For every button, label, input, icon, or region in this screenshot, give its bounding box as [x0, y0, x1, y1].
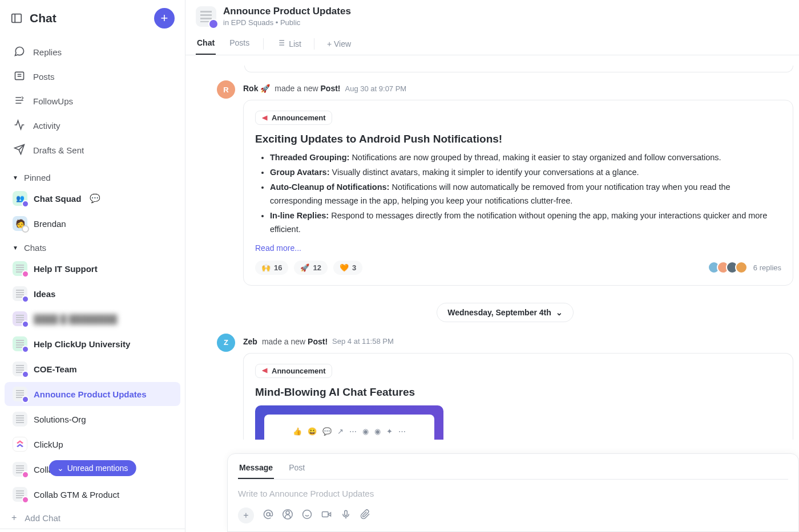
svg-rect-23 [322, 512, 329, 517]
tab-posts[interactable]: Posts [228, 33, 251, 55]
pinned-item-chat-squad[interactable]: 👥 Chat Squad 💬 [5, 186, 180, 210]
prev-card-tail [244, 66, 793, 72]
composer-tab-message[interactable]: Message [238, 460, 274, 479]
svg-rect-25 [345, 510, 348, 515]
reply-summary[interactable]: 6 replies [711, 261, 781, 274]
post-action: made a new Post! [262, 337, 328, 346]
sidebar-title: Chat [30, 11, 147, 25]
avatar [735, 261, 748, 274]
nav-replies[interactable]: Replies [6, 40, 179, 64]
section-chats-header[interactable]: ▼ Chats [0, 236, 185, 256]
tab-list[interactable]: List [276, 38, 301, 49]
channel-icon [13, 311, 27, 326]
post-meta: Rok 🚀 made a new Post! Aug 30 at 9:07 PM [243, 84, 793, 93]
pinned-item-brendan[interactable]: 🧑 Brendan [5, 212, 180, 235]
bullet: In-line Replies: Respond to messages dir… [270, 209, 781, 237]
channel-avatar [196, 6, 216, 27]
chat-item-clickup[interactable]: ClickUp [5, 432, 180, 456]
post: R Rok 🚀 made a new Post! Aug 30 at 9:07 … [217, 80, 793, 286]
chat-label: COE-Team [34, 364, 77, 374]
channel-icon [13, 261, 27, 276]
typing-icon: 💬 [90, 193, 100, 204]
add-chat-button[interactable]: + Add Chat [0, 507, 185, 529]
nav-drafts[interactable]: Drafts & Sent [6, 138, 179, 163]
chat-item[interactable]: Solutions-Org [5, 407, 180, 431]
clickup-logo-icon [13, 437, 27, 452]
send-icon [14, 144, 25, 157]
avatar-icon: 🧑 [13, 216, 27, 231]
collapse-panel-icon[interactable] [10, 12, 23, 25]
add-chat-label: Add Chat [25, 513, 60, 523]
read-more-link[interactable]: Read more... [255, 243, 781, 253]
nav-activity[interactable]: Activity [6, 113, 179, 138]
reaction[interactable]: 🙌16 [255, 261, 288, 275]
announcement-badge: Announcement [255, 364, 332, 378]
post-card[interactable]: Announcement Mind-Blowing AI Chat Featur… [243, 353, 793, 440]
composer-input[interactable]: Write to Announce Product Updates [238, 480, 788, 507]
svg-point-20 [303, 510, 312, 519]
reaction[interactable]: 🚀12 [294, 261, 327, 275]
chat-item[interactable]: Collab GTM & Product [5, 482, 180, 506]
channel-icon: 👥 [13, 191, 27, 206]
main-header: Announce Product Updates in EPD Squads •… [185, 0, 799, 33]
mention-icon[interactable] [263, 509, 273, 522]
new-chat-button[interactable]: + [154, 8, 175, 29]
chat-item[interactable]: COE-Team [5, 357, 180, 381]
post-action: made a new Post! [275, 84, 340, 93]
section-label: Pinned [24, 173, 51, 182]
section-pinned-header[interactable]: ▼ Pinned [0, 166, 185, 186]
chat-label: Help IT Support [34, 264, 98, 274]
author-avatar[interactable]: Z [217, 334, 235, 352]
composer-region: Message Post Write to Announce Product U… [227, 453, 799, 532]
svg-rect-0 [12, 14, 22, 23]
chat-label: ClickUp [34, 440, 63, 449]
list-icon [276, 38, 285, 49]
channel-meta: in EPD Squads • Public [223, 18, 351, 27]
section-label: Chats [24, 243, 46, 253]
reaction[interactable]: 🧡3 [333, 261, 362, 275]
sidebar-footer: Feedback [0, 529, 185, 532]
composer-tab-post[interactable]: Post [288, 460, 306, 479]
megaphone-icon [261, 115, 268, 121]
chat-item-blurred[interactable]: ████ █ ████████ [5, 307, 180, 331]
channel-icon [13, 462, 27, 477]
bullet: Threaded Grouping: Notifications are now… [270, 151, 781, 165]
svg-point-17 [267, 513, 270, 516]
reactions-row: 🙌16 🚀12 🧡3 6 replies [255, 261, 781, 275]
unread-label: Unread mentions [67, 464, 128, 473]
post-card[interactable]: Announcement Exciting Updates to Android… [243, 100, 793, 286]
post-title: Mind-Blowing AI Chat Features [255, 386, 781, 399]
nav-followups[interactable]: FollowUps [6, 89, 179, 113]
channel-icon [13, 336, 27, 351]
author-name[interactable]: Rok 🚀 [243, 84, 270, 93]
date-pill[interactable]: Wednesday, September 4th ⌄ [437, 303, 574, 322]
mic-icon[interactable] [341, 509, 351, 522]
nav-label: Posts [33, 72, 55, 82]
video-icon[interactable] [321, 509, 332, 522]
paperclip-icon[interactable] [360, 509, 370, 522]
tab-add-view[interactable]: + View [327, 39, 351, 48]
chat-item-active[interactable]: Announce Product Updates [5, 382, 180, 406]
chat-label: Help ClickUp University [34, 339, 130, 349]
chat-label: Solutions-Org [34, 415, 86, 424]
chat-label: Ideas [34, 289, 55, 299]
embed-preview-image: 👍😀💬↗⋯◉◉✦⋯ [255, 405, 443, 440]
chat-item[interactable]: Help IT Support [5, 257, 180, 281]
megaphone-icon [261, 367, 268, 374]
unread-mentions-pill[interactable]: ⌄ Unread mentions [49, 460, 136, 476]
tab-chat[interactable]: Chat [196, 33, 216, 55]
add-attachment-button[interactable]: + [238, 507, 254, 523]
sidebar-nav: Replies Posts FollowUps Activity Drafts … [0, 36, 185, 166]
author-name[interactable]: Zeb [243, 337, 257, 346]
divider [314, 38, 314, 50]
reply-icon [14, 46, 25, 59]
nav-posts[interactable]: Posts [6, 64, 179, 89]
date-divider: Wednesday, September 4th ⌄ [217, 286, 793, 334]
chat-item[interactable]: Ideas [5, 282, 180, 306]
channel-icon [13, 412, 27, 427]
emoji-icon[interactable] [302, 509, 312, 522]
author-avatar[interactable]: R [217, 80, 235, 99]
chat-item[interactable]: Help ClickUp University [5, 332, 180, 356]
mention-person-icon[interactable] [283, 509, 293, 522]
post-title: Exciting Updates to Android Push Notific… [255, 133, 781, 145]
